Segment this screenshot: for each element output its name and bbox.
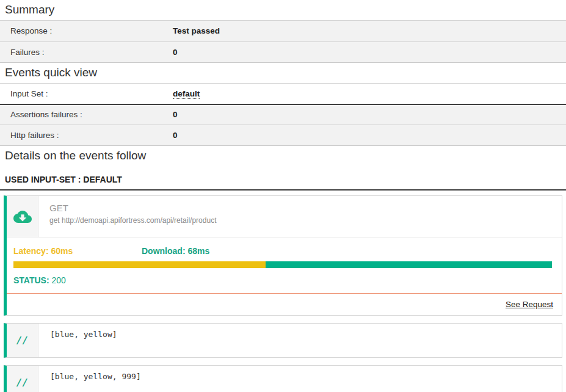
events-quick-view-heading: Events quick view <box>0 63 566 84</box>
row-label: Failures : <box>0 42 173 62</box>
see-request-link[interactable]: See Request <box>506 300 553 309</box>
events-quick-view-table: Input Set : default Assertions failures … <box>0 84 566 147</box>
http-event-header: GET get http://demoapi.apifortress.com/a… <box>7 196 562 237</box>
comment-card: // [blue, yellow] <box>4 323 562 358</box>
download-bar-segment <box>266 261 552 268</box>
summary-table: Response : Test passed Failures : 0 <box>0 21 566 63</box>
report-page: Summary Response : Test passed Failures … <box>0 0 566 392</box>
timing-section: Latency: 60ms Download: 68ms <box>7 238 562 268</box>
row-label: Http failures : <box>0 125 173 146</box>
row-label: Response : <box>0 21 173 42</box>
status-value: 200 <box>51 275 65 285</box>
details-heading: Details on the events follow <box>0 146 566 166</box>
http-event-card: GET get http://demoapi.apifortress.com/a… <box>4 195 562 316</box>
row-value: 0 <box>173 104 566 125</box>
table-row: Input Set : default <box>0 84 566 104</box>
comment-card: // [blue, yellow, 999] <box>4 365 562 392</box>
request-method: GET <box>49 203 216 213</box>
cloud-download-icon <box>7 196 38 237</box>
summary-heading: Summary <box>0 0 566 21</box>
used-input-set-label: USED INPUT-SET : DEFAULT <box>0 166 566 191</box>
comment-slashes-icon: // <box>7 366 38 392</box>
timing-bar <box>13 261 552 268</box>
input-set-link[interactable]: default <box>173 89 200 99</box>
row-value: 0 <box>173 42 566 62</box>
download-label: Download: 68ms <box>142 246 209 256</box>
latency-bar-segment <box>13 261 266 268</box>
row-value: 0 <box>173 125 566 146</box>
comment-text: [blue, yellow, 999] <box>38 366 141 392</box>
status-label: STATUS: <box>13 275 49 285</box>
table-row: Response : Test passed <box>0 21 566 42</box>
status-line: STATUS: 200 <box>7 268 562 293</box>
latency-label: Latency: 60ms <box>13 246 73 256</box>
comment-slashes-icon: // <box>7 324 38 357</box>
table-row: Assertions failures : 0 <box>0 104 566 125</box>
comment-text: [blue, yellow] <box>38 324 117 357</box>
request-info: GET get http://demoapi.apifortress.com/a… <box>38 196 216 237</box>
request-url: get http://demoapi.apifortress.com/api/r… <box>49 216 216 225</box>
row-label: Assertions failures : <box>0 104 173 125</box>
row-label: Input Set : <box>0 84 173 104</box>
table-row: Http failures : 0 <box>0 125 566 146</box>
table-row: Failures : 0 <box>0 42 566 62</box>
row-value: Test passed <box>173 21 566 42</box>
